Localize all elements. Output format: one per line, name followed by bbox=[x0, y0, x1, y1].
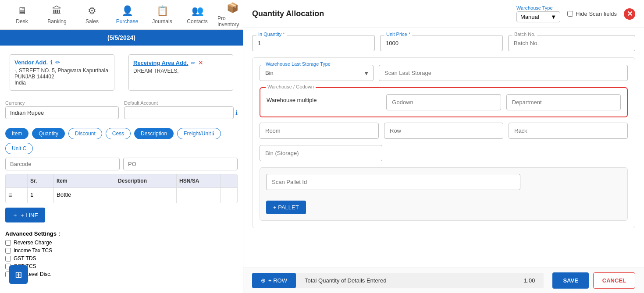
gst-tds-checkbox[interactable] bbox=[5, 256, 11, 261]
nav-label-contacts: Contacts bbox=[187, 18, 207, 25]
receiving-edit-icon[interactable]: ✏ bbox=[191, 60, 196, 66]
purchase-icon: 👤 bbox=[121, 5, 133, 17]
barcode-row bbox=[0, 158, 243, 174]
add-pallet-button[interactable]: + PALLET bbox=[266, 201, 306, 214]
in-quantity-field: In Quantity * bbox=[252, 35, 375, 51]
batch-no-input[interactable] bbox=[508, 35, 635, 51]
nav-item-banking[interactable]: 🏛 Banking bbox=[39, 2, 75, 28]
checkbox-gst-tds: GST TDS bbox=[5, 255, 238, 261]
total-qty-label: Total Quantity of Details Entered bbox=[305, 277, 386, 284]
quantity-allocation-modal: Quantity Allocation Warehouse Type Manua… bbox=[243, 0, 644, 293]
currency-section: Currency Default Account ℹ bbox=[0, 95, 243, 124]
bin-storage-row bbox=[260, 145, 628, 161]
rack-input[interactable] bbox=[509, 123, 628, 139]
left-header: (5/5/2024) bbox=[0, 30, 243, 46]
nav-item-sales[interactable]: ⚙ Sales bbox=[75, 2, 110, 28]
row-input[interactable] bbox=[384, 123, 503, 139]
tab-item[interactable]: Item bbox=[5, 128, 28, 139]
po-input[interactable] bbox=[123, 158, 238, 170]
table-row: ≡ 1 Bottle bbox=[6, 187, 237, 203]
godown-input[interactable] bbox=[386, 94, 501, 110]
receiving-link[interactable]: Receiving Area Add. bbox=[133, 60, 188, 66]
checkbox-doc-level-disc: Doc. Level Disc. bbox=[5, 271, 238, 277]
warehouse-last-storage-field: Warehouse Last Storage Type Bin ▼ bbox=[260, 65, 374, 81]
warehouse-type-group: Warehouse Type Manual ▼ bbox=[516, 5, 560, 22]
tab-cess[interactable]: Cess bbox=[106, 128, 131, 139]
cancel-button[interactable]: CANCEL bbox=[593, 272, 635, 289]
pro-inventory-icon: 📦 bbox=[227, 2, 238, 14]
scan-last-storage-input[interactable] bbox=[379, 65, 628, 81]
scan-pallet-row bbox=[266, 174, 621, 190]
warehouse-storage-section: Warehouse Last Storage Type Bin ▼ Wareho… bbox=[252, 57, 635, 228]
warehouse-storage-select-wrapper: Bin ▼ bbox=[260, 65, 374, 81]
save-button[interactable]: SAVE bbox=[552, 272, 588, 289]
table-header: Sr. Item Description HSN/SA bbox=[6, 174, 237, 187]
vendor-edit-icon[interactable]: ✏ bbox=[55, 59, 60, 66]
modal-header-controls: Warehouse Type Manual ▼ Hide Scan fields… bbox=[516, 5, 635, 22]
nav-label-pro-inventory: Pro Inventory bbox=[217, 15, 247, 28]
row-hsn bbox=[177, 188, 221, 203]
modal-body: In Quantity * Unit Price * Batch No. War… bbox=[243, 28, 644, 268]
in-quantity-input[interactable] bbox=[252, 35, 375, 51]
footer-action-buttons: SAVE CANCEL bbox=[552, 272, 635, 289]
default-account-input[interactable] bbox=[124, 106, 234, 119]
tab-unit-c[interactable]: Unit C bbox=[5, 143, 33, 154]
nav-label-purchase: Purchase bbox=[116, 18, 139, 25]
tab-discount[interactable]: Discount bbox=[68, 128, 102, 139]
vendor-link[interactable]: Vendor Add. bbox=[14, 59, 48, 66]
quantity-price-row: In Quantity * Unit Price * Batch No. bbox=[252, 35, 635, 51]
row-handle: ≡ bbox=[6, 188, 28, 203]
room-row-rack-row bbox=[260, 123, 628, 139]
chevron-down-icon: ▼ bbox=[551, 14, 556, 20]
checkbox-income-tax-tcs: Income Tax TCS bbox=[5, 247, 238, 254]
pallet-section: + PALLET bbox=[260, 167, 628, 221]
tab-freight-unit[interactable]: Freight/Unit ℹ bbox=[177, 128, 221, 139]
plus-row-icon: ⊕ bbox=[261, 277, 266, 284]
tab-description[interactable]: Description bbox=[134, 128, 174, 139]
nav-label-banking: Banking bbox=[47, 18, 66, 25]
col-hsn: HSN/SA bbox=[177, 174, 221, 187]
journals-icon: 📋 bbox=[157, 5, 168, 17]
row-field bbox=[384, 123, 503, 139]
unit-price-input[interactable] bbox=[380, 35, 503, 51]
add-row-button[interactable]: ⊕ + ROW bbox=[252, 273, 296, 288]
warehouse-godown-input[interactable] bbox=[267, 94, 381, 106]
default-account-info-icon[interactable]: ℹ bbox=[235, 109, 238, 116]
barcode-input[interactable] bbox=[5, 158, 120, 170]
warehouse-storage-select[interactable]: Bin bbox=[260, 65, 374, 81]
tab-quantity[interactable]: Quantity bbox=[32, 128, 65, 139]
nav-item-purchase[interactable]: 👤 Purchase bbox=[110, 2, 145, 28]
sales-icon: ⚙ bbox=[88, 5, 96, 17]
vendor-info-icon[interactable]: ℹ bbox=[50, 59, 53, 66]
receiving-close-icon[interactable]: ✕ bbox=[198, 59, 203, 66]
vendor-address: ·, STREET NO. 5, Phagwara Kapurthala PUN… bbox=[14, 67, 110, 86]
warehouse-godown-section: Warehouse / Godown bbox=[260, 87, 628, 117]
reverse-charge-checkbox[interactable] bbox=[5, 240, 11, 246]
scan-pallet-input[interactable] bbox=[266, 174, 520, 190]
warehouse-type-select[interactable]: Manual ▼ bbox=[516, 11, 560, 22]
bottom-grid-icon[interactable]: ⊞ bbox=[9, 265, 28, 284]
nav-label-sales: Sales bbox=[85, 18, 99, 25]
nav-item-journals[interactable]: 📋 Journals bbox=[145, 2, 180, 28]
rack-field bbox=[509, 123, 628, 139]
modal-close-button[interactable]: ✕ bbox=[624, 8, 635, 20]
add-line-button[interactable]: ＋ + LINE bbox=[5, 208, 45, 222]
row-item: Bottle bbox=[54, 188, 115, 203]
batch-no-field: Batch No. bbox=[508, 35, 635, 51]
modal-footer: ⊕ + ROW Total Quantity of Details Entere… bbox=[243, 268, 644, 293]
hide-scan-checkbox[interactable] bbox=[567, 11, 573, 17]
contacts-icon: 👥 bbox=[192, 5, 203, 17]
bin-storage-input[interactable] bbox=[260, 145, 382, 161]
plus-icon: ＋ bbox=[12, 211, 18, 219]
items-table: Sr. Item Description HSN/SA ≡ 1 Bottle bbox=[5, 174, 238, 203]
modal-title: Quantity Allocation bbox=[252, 9, 324, 18]
nav-item-desk[interactable]: 🖥 Desk bbox=[4, 2, 39, 28]
total-qty-value: 1.00 bbox=[524, 277, 535, 284]
warehouse-storage-row: Warehouse Last Storage Type Bin ▼ bbox=[260, 65, 628, 81]
banking-icon: 🏛 bbox=[52, 5, 62, 17]
income-tax-tcs-checkbox[interactable] bbox=[5, 248, 11, 254]
currency-input[interactable] bbox=[5, 106, 119, 119]
department-input[interactable] bbox=[506, 94, 621, 110]
nav-item-contacts[interactable]: 👥 Contacts bbox=[180, 2, 215, 28]
room-input[interactable] bbox=[260, 123, 379, 139]
